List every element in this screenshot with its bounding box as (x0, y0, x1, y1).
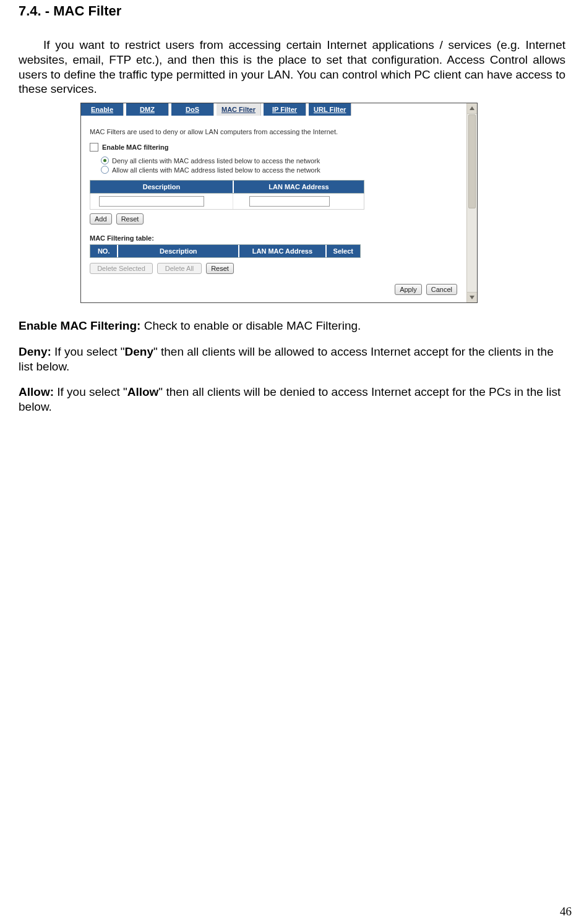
router-screenshot: Enable DMZ DoS MAC Filter IP Filter URL … (80, 103, 565, 303)
enable-mac-filtering-label: Enable MAC filtering (102, 143, 169, 151)
col-header-description: Description (90, 181, 234, 193)
fcol-mac: LAN MAC Address (239, 245, 326, 257)
delete-selected-button[interactable]: Delete Selected (90, 263, 153, 274)
page-number: 46 (560, 905, 572, 918)
def-enable-term: Enable MAC Filtering: (19, 319, 140, 332)
def-deny-term: Deny: (19, 345, 51, 358)
def-allow-bold: Allow (127, 385, 159, 398)
tab-mac-filter[interactable]: MAC Filter (217, 103, 261, 116)
tab-dos[interactable]: DoS (171, 103, 214, 116)
definition-deny: Deny: If you select "Deny" then all clie… (19, 344, 565, 374)
reset-table-button[interactable]: Reset (206, 263, 234, 274)
tab-bar: Enable DMZ DoS MAC Filter IP Filter URL … (81, 103, 477, 116)
def-deny-bold: Deny (124, 345, 153, 358)
def-enable-text: Check to enable or disable MAC Filtering… (140, 319, 361, 332)
add-button[interactable]: Add (90, 213, 112, 225)
help-text: MAC Filters are used to deny or allow LA… (90, 128, 462, 135)
def-deny-text1: If you select " (51, 345, 125, 358)
description-input[interactable] (99, 196, 204, 207)
filtering-table-title: MAC Filtering table: (90, 234, 462, 242)
intro-paragraph: If you want to restrict users from acces… (19, 38, 565, 96)
delete-all-button[interactable]: Delete All (157, 263, 202, 274)
definition-allow: Allow: If you select "Allow" then all cl… (19, 385, 565, 414)
intro-text: If you want to restrict users from acces… (19, 38, 565, 95)
reset-button[interactable]: Reset (116, 213, 144, 225)
section-heading: 7.4. - MAC Filter (19, 3, 565, 19)
radio-deny-label: Deny all clients with MAC address listed… (112, 157, 320, 165)
radio-allow[interactable] (101, 166, 109, 174)
section-title: - MAC Filter (45, 3, 121, 19)
mac-address-input[interactable] (249, 196, 330, 207)
scroll-down-button[interactable] (467, 292, 477, 302)
radio-deny[interactable] (101, 156, 109, 165)
fcol-select: Select (327, 245, 361, 257)
scrollbar[interactable] (466, 103, 477, 302)
fcol-no: NO. (90, 245, 118, 257)
tab-dmz[interactable]: DMZ (126, 103, 169, 116)
def-allow-term: Allow: (19, 385, 54, 398)
tab-ip-filter[interactable]: IP Filter (264, 103, 306, 116)
radio-allow-label: Allow all clients with MAC address liste… (112, 166, 320, 174)
def-allow-text1: If you select " (54, 385, 127, 398)
scroll-up-button[interactable] (467, 103, 477, 114)
apply-button[interactable]: Apply (395, 284, 422, 295)
section-number: 7.4. (19, 3, 41, 19)
tab-url-filter[interactable]: URL Filter (309, 103, 351, 116)
cancel-button[interactable]: Cancel (426, 284, 457, 295)
scroll-thumb[interactable] (468, 114, 476, 208)
tab-enable[interactable]: Enable (81, 103, 124, 116)
fcol-description: Description (118, 245, 239, 257)
col-header-mac: LAN MAC Address (234, 181, 364, 193)
definition-enable: Enable MAC Filtering: Check to enable or… (19, 319, 565, 333)
enable-mac-filtering-checkbox[interactable] (90, 143, 98, 152)
